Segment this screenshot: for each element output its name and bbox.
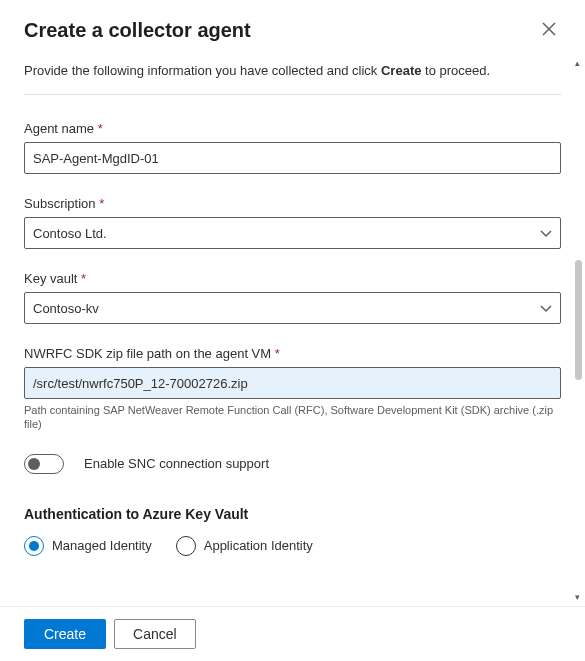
dialog-header: Create a collector agent xyxy=(0,0,585,50)
toggle-knob xyxy=(28,458,40,470)
scrollbar[interactable]: ▴ ▾ xyxy=(575,60,582,601)
auth-radio-group: Managed Identity Application Identity xyxy=(24,536,561,556)
subscription-label: Subscription * xyxy=(24,196,561,211)
required-marker: * xyxy=(94,121,103,136)
radio-circle xyxy=(24,536,44,556)
radio-managed-label: Managed Identity xyxy=(52,538,152,553)
key-vault-value: Contoso-kv xyxy=(33,301,99,316)
required-marker: * xyxy=(77,271,86,286)
key-vault-label: Key vault * xyxy=(24,271,561,286)
required-marker: * xyxy=(96,196,105,211)
intro-text: Provide the following information you ha… xyxy=(24,62,561,80)
field-sdk-path: NWRFC SDK zip file path on the agent VM … xyxy=(24,346,561,432)
radio-application-identity[interactable]: Application Identity xyxy=(176,536,313,556)
agent-name-label: Agent name * xyxy=(24,121,561,136)
radio-managed-identity[interactable]: Managed Identity xyxy=(24,536,152,556)
cancel-button[interactable]: Cancel xyxy=(114,619,196,649)
chevron-down-icon xyxy=(540,301,552,316)
snc-toggle[interactable] xyxy=(24,454,64,474)
divider xyxy=(24,94,561,95)
field-subscription: Subscription * Contoso Ltd. xyxy=(24,196,561,249)
scroll-up-icon: ▴ xyxy=(575,60,582,67)
chevron-down-icon xyxy=(540,226,552,241)
snc-toggle-label: Enable SNC connection support xyxy=(84,456,269,471)
radio-dot xyxy=(29,541,39,551)
intro-prefix: Provide the following information you ha… xyxy=(24,63,381,78)
close-button[interactable] xyxy=(537,18,561,42)
radio-circle xyxy=(176,536,196,556)
dialog-title: Create a collector agent xyxy=(24,19,251,42)
sdk-path-hint: Path containing SAP NetWeaver Remote Fun… xyxy=(24,403,561,432)
agent-name-input[interactable] xyxy=(24,142,561,174)
radio-application-label: Application Identity xyxy=(204,538,313,553)
subscription-value: Contoso Ltd. xyxy=(33,226,107,241)
required-marker: * xyxy=(271,346,280,361)
key-vault-dropdown[interactable]: Contoso-kv xyxy=(24,292,561,324)
sdk-path-input[interactable] xyxy=(24,367,561,399)
subscription-dropdown[interactable]: Contoso Ltd. xyxy=(24,217,561,249)
scrollbar-thumb[interactable] xyxy=(575,260,582,380)
create-button[interactable]: Create xyxy=(24,619,106,649)
field-agent-name: Agent name * xyxy=(24,121,561,174)
snc-toggle-row: Enable SNC connection support xyxy=(24,454,561,474)
scroll-down-icon: ▾ xyxy=(575,594,582,601)
sdk-path-label: NWRFC SDK zip file path on the agent VM … xyxy=(24,346,561,361)
close-icon xyxy=(542,22,556,39)
intro-bold: Create xyxy=(381,63,421,78)
dialog-footer: Create Cancel xyxy=(0,606,585,661)
auth-section-title: Authentication to Azure Key Vault xyxy=(24,506,561,522)
intro-suffix: to proceed. xyxy=(421,63,490,78)
field-key-vault: Key vault * Contoso-kv xyxy=(24,271,561,324)
dialog-content: Provide the following information you ha… xyxy=(0,50,585,606)
